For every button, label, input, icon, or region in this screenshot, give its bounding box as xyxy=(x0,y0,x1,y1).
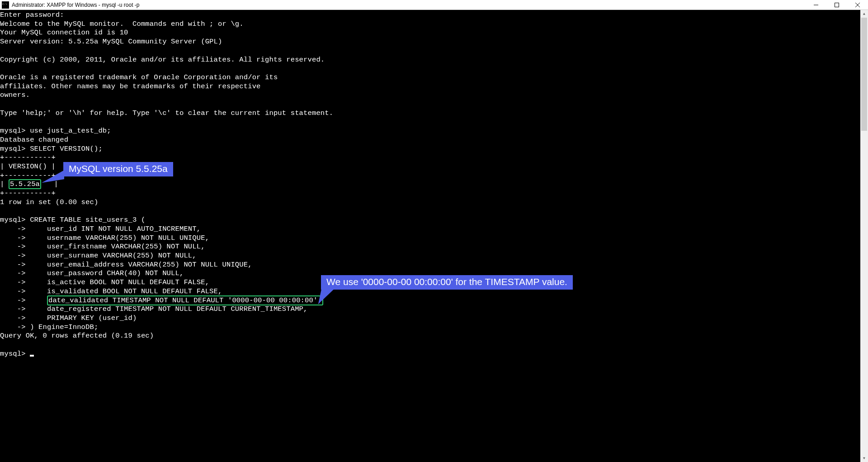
term-line: | xyxy=(0,180,9,188)
maximize-button[interactable] xyxy=(826,0,847,10)
term-line: mysql> CREATE TABLE site_users_3 ( xyxy=(0,216,145,224)
close-button[interactable] xyxy=(847,0,868,10)
svg-rect-0 xyxy=(835,3,839,7)
term-line: mysql> use just_a_test_db; xyxy=(0,127,111,135)
term-line: Oracle is a registered trademark of Orac… xyxy=(0,73,278,81)
cmd-icon xyxy=(2,1,9,9)
term-line: Type 'help;' or '\h' for help. Type '\c'… xyxy=(0,109,333,117)
term-prompt: mysql> xyxy=(0,350,30,358)
term-line: Your MySQL connection id is 10 xyxy=(0,29,128,37)
term-line: Enter password: xyxy=(0,11,64,19)
timestamp-highlight: date_validated TIMESTAMP NOT NULL DEFAUL… xyxy=(47,295,323,305)
term-line: -> xyxy=(0,296,47,305)
svg-marker-1 xyxy=(42,170,64,183)
minimize-icon xyxy=(814,3,818,7)
close-icon xyxy=(855,3,860,7)
term-line: -> date_registered TIMESTAMP NOT NULL DE… xyxy=(0,305,308,313)
callout-version: MySQL version 5.5.25a xyxy=(63,162,173,176)
scroll-up-icon[interactable]: ▲ xyxy=(860,10,868,18)
term-line: owners. xyxy=(0,91,30,99)
term-line: -> is_active BOOL NOT NULL DEFAULT FALSE… xyxy=(0,278,209,286)
term-line: -> ) Engine=InnoDB; xyxy=(0,323,98,331)
term-line: -> user_firstname VARCHAR(255) NOT NULL, xyxy=(0,243,205,251)
term-line: -> is_validated BOOL NOT NULL DEFAULT FA… xyxy=(0,287,222,295)
callout-text: MySQL version 5.5.25a xyxy=(69,163,168,174)
term-line: affiliates. Other names may be trademark… xyxy=(0,82,261,90)
term-line: -> user_surname VARCHAR(255) NOT NULL, xyxy=(0,252,197,260)
window-titlebar: Administrator: XAMPP for Windows - mysql… xyxy=(0,0,868,10)
minimize-button[interactable] xyxy=(806,0,826,10)
term-line: Server version: 5.5.25a MySQL Community … xyxy=(0,38,222,46)
term-line: -> user_password CHAR(40) NOT NULL, xyxy=(0,269,184,277)
term-line: Copyright (c) 2000, 2011, Oracle and/or … xyxy=(0,56,325,64)
scroll-down-icon[interactable]: ▼ xyxy=(860,454,868,462)
term-line: Database changed xyxy=(0,136,68,144)
callout-timestamp: We use '0000-00-00 00:00:00' for the TIM… xyxy=(321,275,573,290)
term-line: -> PRIMARY KEY (user_id) xyxy=(0,314,137,322)
term-line: mysql> SELECT VERSION(); xyxy=(0,145,103,153)
terminal-output[interactable]: Enter password: Welcome to the MySQL mon… xyxy=(0,10,677,462)
terminal-background xyxy=(677,10,860,462)
term-line: -> user_email_address VARCHAR(255) NOT N… xyxy=(0,261,252,269)
vertical-scrollbar[interactable]: ▲ ▼ xyxy=(860,10,868,462)
term-line: Query OK, 0 rows affected (0.19 sec) xyxy=(0,332,154,340)
term-line: Welcome to the MySQL monitor. Commands e… xyxy=(0,20,244,28)
term-line: 1 row in set (0.00 sec) xyxy=(0,198,98,206)
window-controls xyxy=(806,0,868,10)
term-line: -> username VARCHAR(255) NOT NULL UNIQUE… xyxy=(0,234,209,242)
maximize-icon xyxy=(835,3,839,7)
svg-marker-2 xyxy=(318,287,336,304)
window-title: Administrator: XAMPP for Windows - mysql… xyxy=(11,2,806,8)
callout-arrow-icon xyxy=(42,170,64,184)
cursor-icon xyxy=(30,355,34,357)
term-line: +-----------+ xyxy=(0,189,56,197)
callout-text: We use '0000-00-00 00:00:00' for the TIM… xyxy=(326,276,567,287)
scrollbar-thumb[interactable] xyxy=(861,18,867,131)
callout-arrow-icon xyxy=(318,287,345,305)
term-line: -> user_id INT NOT NULL AUTO_INCREMENT, xyxy=(0,225,201,233)
term-line: | VERSION() | xyxy=(0,162,56,171)
term-line: +-----------+ xyxy=(0,153,56,162)
version-highlight: 5.5.25a xyxy=(9,179,41,189)
